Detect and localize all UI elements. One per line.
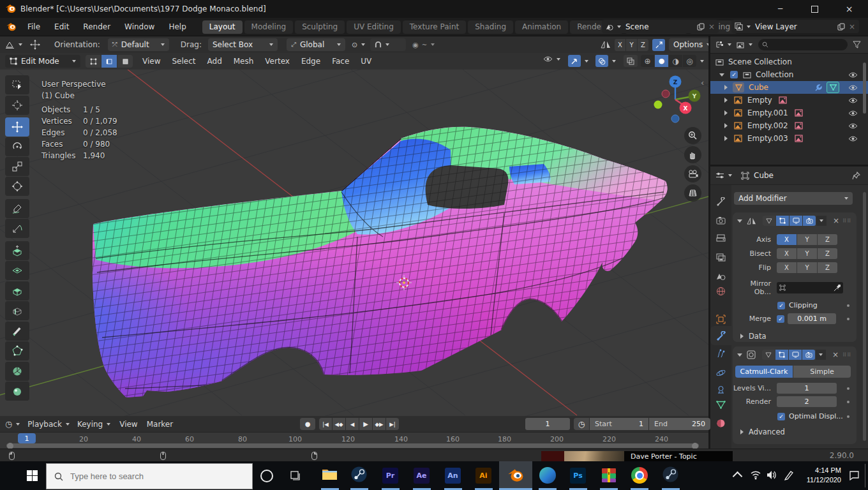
display-render-toggle[interactable] xyxy=(802,350,815,360)
tab-view-layer[interactable] xyxy=(716,253,726,262)
mirror-y-button[interactable]: Y xyxy=(626,39,637,51)
taskbar-file-explorer[interactable] xyxy=(322,468,338,481)
workspace-tab-uv-editing[interactable]: UV Editing xyxy=(347,20,401,34)
pen-icon[interactable] xyxy=(784,470,794,480)
remove-view-layer-icon[interactable]: × xyxy=(849,22,855,31)
hide-eye-icon[interactable] xyxy=(848,97,858,104)
menu-edge[interactable]: Edge xyxy=(296,53,326,70)
use-preview-range-button[interactable]: ◷ xyxy=(574,418,589,430)
tab-modifiers[interactable] xyxy=(716,331,726,341)
modifier-drag-handle[interactable]: ⠿⠿ xyxy=(842,218,851,224)
previous-keyframe-button[interactable]: ◀◆ xyxy=(333,418,345,430)
outliner-empty002-row[interactable]: Empty.002 xyxy=(710,119,868,132)
remove-modifier-button[interactable]: × xyxy=(833,216,839,225)
outliner-display-mode-button[interactable] xyxy=(715,41,731,48)
animate-dot[interactable] xyxy=(847,401,849,403)
tab-tool[interactable] xyxy=(716,197,726,207)
outliner-empty001-row[interactable]: Empty.001 xyxy=(710,107,868,119)
editor-type-button[interactable] xyxy=(5,41,22,49)
bisect-z[interactable]: Z xyxy=(818,248,837,259)
filter-funnel-icon[interactable] xyxy=(853,41,861,48)
remove-modifier-button[interactable]: × xyxy=(832,350,839,359)
flip-z[interactable]: Z xyxy=(818,262,837,273)
taskbar-chrome[interactable] xyxy=(631,467,648,484)
simple-button[interactable]: Simple xyxy=(793,366,851,378)
merge-threshold-field[interactable]: 0.001 m xyxy=(788,313,836,324)
rendered-shading-button[interactable]: ◎ xyxy=(683,55,696,67)
outliner-collection-row[interactable]: ✓ Collection xyxy=(710,68,868,81)
playback-menu[interactable]: Playback xyxy=(27,420,70,429)
view-layer-selector[interactable]: View Layer × xyxy=(731,20,859,33)
timeline-ruler[interactable]: 20 40 60 80 100 120 140 160 180 200 220 … xyxy=(0,433,708,449)
tab-scene[interactable] xyxy=(716,272,726,281)
tool-cursor[interactable] xyxy=(5,96,29,115)
transform-pivot-dropdown[interactable]: ⤢Global xyxy=(287,38,345,51)
tool-move[interactable] xyxy=(5,117,29,137)
timeline-scrollbar[interactable] xyxy=(6,443,699,448)
optimal-display-checkbox[interactable]: ✓ xyxy=(777,413,785,420)
mirror-modifier-header[interactable]: × ⠿⠿ xyxy=(733,212,857,229)
timeline-editor-type-button[interactable]: ◷ xyxy=(5,419,20,429)
tab-object-data[interactable] xyxy=(716,401,726,409)
mirror-z-button[interactable]: Z xyxy=(638,39,648,51)
tool-select-box[interactable] xyxy=(5,75,29,94)
tab-world[interactable] xyxy=(716,286,726,296)
minimize-button[interactable]: ─ xyxy=(766,0,795,18)
clipping-checkbox[interactable]: ✓ xyxy=(777,302,785,309)
menu-render[interactable]: Render xyxy=(76,18,117,36)
display-realtime-toggle[interactable] xyxy=(789,216,802,226)
display-realtime-toggle[interactable] xyxy=(789,350,802,360)
scene-selector[interactable]: Scene × xyxy=(602,20,719,33)
taskbar-blender-active[interactable] xyxy=(499,461,532,490)
menu-edit[interactable]: Edit xyxy=(47,18,76,36)
modifier-extras-dropdown[interactable] xyxy=(816,216,827,226)
tab-material[interactable] xyxy=(716,419,726,428)
tab-object[interactable] xyxy=(716,315,726,324)
proportional-editing-button[interactable]: ◉~ xyxy=(412,41,435,49)
close-button[interactable]: × xyxy=(835,0,864,18)
menu-file[interactable]: File xyxy=(20,18,47,36)
flip-y[interactable]: Y xyxy=(797,262,817,273)
vertex-select-button[interactable] xyxy=(86,55,101,68)
taskbar-winrar[interactable] xyxy=(601,467,617,486)
animate-dot[interactable] xyxy=(847,387,849,390)
action-center-icon[interactable] xyxy=(849,470,860,480)
bisect-x[interactable]: X xyxy=(777,248,797,259)
outliner-empty-row[interactable]: Empty xyxy=(710,94,868,107)
taskbar-steam-2[interactable] xyxy=(662,466,678,482)
tool-knife[interactable] xyxy=(5,322,29,341)
jump-to-start-button[interactable]: |◀ xyxy=(319,418,332,430)
add-modifier-dropdown[interactable]: Add Modifier xyxy=(734,192,853,205)
taskbar-after-effects[interactable]: Ae xyxy=(414,468,430,484)
workspace-tab-sculpting[interactable]: Sculpting xyxy=(295,20,345,34)
taskbar-steam[interactable] xyxy=(351,466,367,482)
merge-checkbox[interactable]: ✓ xyxy=(777,315,784,323)
catmull-clark-button[interactable]: Catmull-Clark xyxy=(735,366,793,378)
auto-keying-record-button[interactable]: ● xyxy=(300,418,315,430)
outliner-scene-collection[interactable]: Scene Collection xyxy=(710,56,868,68)
flip-x[interactable]: X xyxy=(777,262,797,273)
camera-view-button[interactable] xyxy=(684,165,701,182)
subdivision-modifier-header[interactable]: × ⠿⠿ xyxy=(733,346,857,363)
mirror-axis-x[interactable]: X xyxy=(777,234,797,245)
display-in-cage-toggle[interactable] xyxy=(763,216,775,226)
cortana-button[interactable] xyxy=(258,468,275,484)
next-keyframe-button[interactable]: ◆▶ xyxy=(373,418,385,430)
new-scene-icon[interactable] xyxy=(697,23,705,31)
edge-select-button[interactable] xyxy=(101,55,117,68)
mirror-data-subpanel[interactable]: Data xyxy=(733,332,857,341)
material-preview-button[interactable]: ◑ xyxy=(669,55,682,67)
tab-constraints[interactable] xyxy=(716,385,726,395)
animate-dot[interactable] xyxy=(847,318,849,320)
properties-scrollbar[interactable] xyxy=(863,192,866,441)
end-frame-field[interactable]: End250 xyxy=(649,418,710,430)
workspace-tab-shading[interactable]: Shading xyxy=(468,20,513,34)
eyedropper-icon[interactable] xyxy=(834,285,841,292)
bisect-y[interactable]: Y xyxy=(797,248,817,259)
animate-dot[interactable] xyxy=(847,415,849,418)
volume-icon[interactable] xyxy=(767,470,777,480)
tool-transform[interactable] xyxy=(5,177,29,196)
tray-expand-chevron-icon[interactable] xyxy=(733,471,743,482)
tab-render[interactable] xyxy=(716,216,726,225)
menu-view[interactable]: View xyxy=(137,53,166,70)
